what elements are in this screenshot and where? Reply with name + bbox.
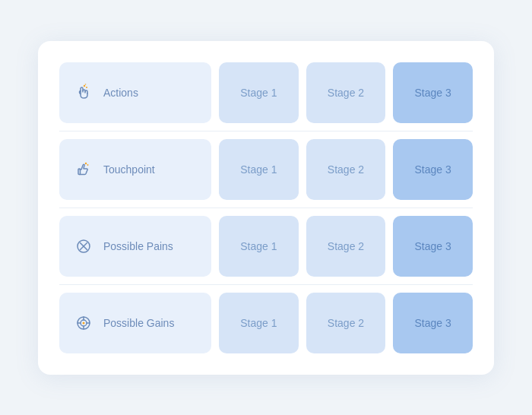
svg-point-3 xyxy=(85,162,87,163)
svg-point-11 xyxy=(83,322,85,324)
pains-icon xyxy=(71,234,96,258)
gains-icon xyxy=(71,311,96,335)
svg-rect-5 xyxy=(78,169,81,175)
main-card: Actions Stage 1 Stage 2 Stage 3 xyxy=(38,41,494,375)
row-gains-label: Possible Gains xyxy=(59,293,211,353)
divider-3 xyxy=(59,284,473,285)
actions-stage2[interactable]: Stage 2 xyxy=(306,62,386,123)
row-actions-label: Actions xyxy=(59,62,211,123)
journey-grid: Actions Stage 1 Stage 2 Stage 3 xyxy=(59,62,473,353)
touchpoint-stage2[interactable]: Stage 2 xyxy=(306,139,386,200)
row-pains-label: Possible Pains xyxy=(59,216,211,277)
gains-stage3[interactable]: Stage 3 xyxy=(393,293,473,353)
pains-label: Possible Pains xyxy=(103,240,173,252)
pains-stage1[interactable]: Stage 1 xyxy=(219,216,299,277)
gains-label: Possible Gains xyxy=(103,317,174,329)
actions-icon xyxy=(71,81,96,105)
touchpoint-icon xyxy=(71,157,96,182)
svg-point-0 xyxy=(84,84,85,86)
actions-stage1[interactable]: Stage 1 xyxy=(219,62,299,123)
divider-1 xyxy=(59,131,473,131)
row-touchpoint-label: Touchpoint xyxy=(59,139,211,200)
touchpoint-stage3[interactable]: Stage 3 xyxy=(393,139,473,200)
divider-2 xyxy=(59,208,473,208)
pains-stage2[interactable]: Stage 2 xyxy=(306,216,386,277)
svg-point-4 xyxy=(87,164,89,166)
gains-stage2[interactable]: Stage 2 xyxy=(306,293,386,353)
actions-stage3[interactable]: Stage 3 xyxy=(393,62,473,123)
touchpoint-label: Touchpoint xyxy=(103,163,155,176)
actions-label: Actions xyxy=(103,87,138,99)
pains-stage3[interactable]: Stage 3 xyxy=(393,216,473,277)
svg-point-2 xyxy=(85,84,87,85)
touchpoint-stage1[interactable]: Stage 1 xyxy=(219,139,299,200)
gains-stage1[interactable]: Stage 1 xyxy=(219,293,299,353)
svg-point-1 xyxy=(86,87,87,88)
